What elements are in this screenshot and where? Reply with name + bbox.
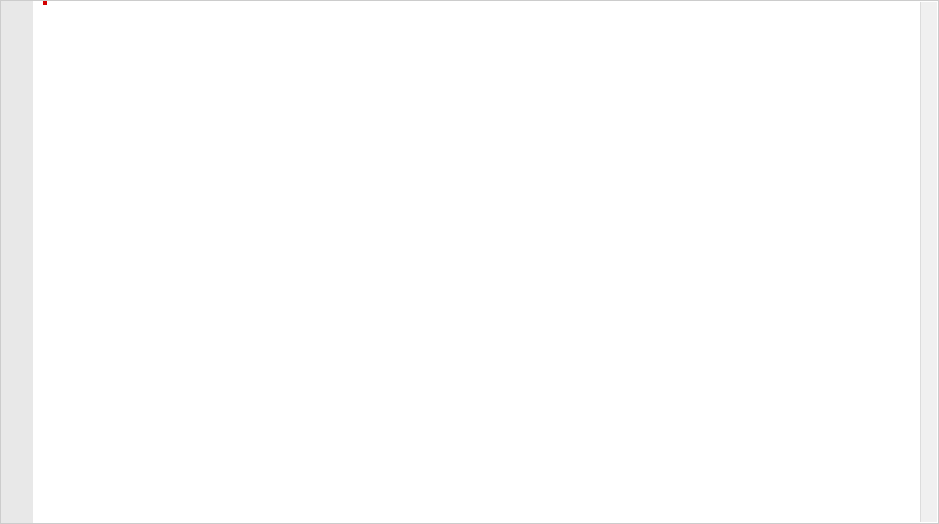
code-editor	[1, 1, 938, 523]
vertical-scrollbar-track[interactable]	[920, 2, 937, 522]
line-number-gutter	[1, 1, 33, 523]
highlight-rectangle	[43, 1, 47, 5]
code-content-area[interactable]	[33, 1, 938, 523]
